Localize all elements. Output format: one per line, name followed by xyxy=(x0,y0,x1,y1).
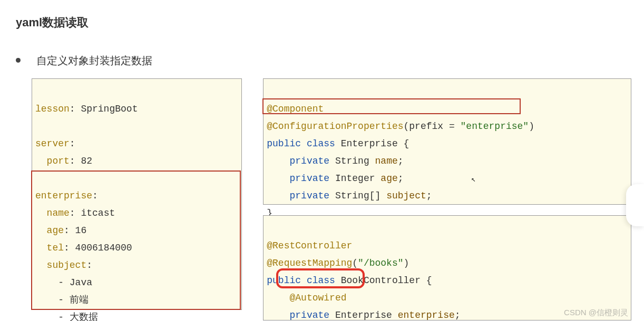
semi: ; xyxy=(455,310,461,320)
paren: (prefix = xyxy=(404,121,461,132)
code-line: public class Enterprise { xyxy=(267,138,409,149)
code-line: private Integer age; xyxy=(267,173,403,184)
semi: ; xyxy=(398,173,404,184)
cursor-icon: ↖ xyxy=(471,171,475,188)
watermark: CSDN @信橙则灵 xyxy=(564,308,628,318)
yaml-codebox: lesson: SpringBoot server: port: 82 ente… xyxy=(32,78,242,310)
yaml-key-tel: tel xyxy=(47,243,64,253)
keyword: private xyxy=(289,173,335,184)
java-controller-codebox: @RestController @RequestMapping("/books"… xyxy=(263,215,631,320)
field: enterprise xyxy=(398,310,455,320)
code-line: public class BookController { xyxy=(267,275,432,286)
type: String[] xyxy=(335,190,386,201)
yaml-val-tel: : 4006184000 xyxy=(64,243,132,253)
yaml-line: port: 82 xyxy=(35,156,92,166)
yaml-key-enterprise: enterprise xyxy=(35,190,92,201)
semi: ; xyxy=(398,156,404,166)
code-panels: lesson: SpringBoot server: port: 82 ente… xyxy=(0,68,644,320)
keyword: public xyxy=(267,275,307,286)
code-line: private String[] subject; xyxy=(267,190,432,201)
page-title: yaml数据读取 xyxy=(0,0,644,31)
code-line: @Component xyxy=(267,104,324,114)
yaml-val-name: : itcast xyxy=(70,208,115,218)
yaml-key-port: port xyxy=(47,156,70,166)
bullet-row: 自定义对象封装指定数据 xyxy=(0,31,644,68)
keyword: private xyxy=(289,156,335,166)
yaml-val-lesson: : SpringBoot xyxy=(70,104,138,114)
code-line: private Enterprise enterprise; xyxy=(267,310,460,320)
annotation-configprops: @ConfigurationProperties xyxy=(267,121,403,132)
annotation-requestmapping: @RequestMapping xyxy=(267,258,352,268)
java-enterprise-codebox: @Component @ConfigurationProperties(pref… xyxy=(263,78,631,205)
semi: ; xyxy=(426,190,432,201)
yaml-line: lesson: SpringBoot xyxy=(35,104,138,114)
yaml-line: tel: 4006184000 xyxy=(35,243,132,253)
keyword: private xyxy=(289,310,335,320)
code-line: private String name; xyxy=(267,156,403,166)
field: age xyxy=(380,173,397,184)
type: Integer xyxy=(335,173,380,184)
code-line: @ConfigurationProperties(prefix = "enter… xyxy=(267,121,534,132)
keyword: class xyxy=(307,138,335,149)
class-name: BookController { xyxy=(335,275,432,286)
yaml-line: - 大数据 xyxy=(35,312,98,321)
keyword: private xyxy=(289,190,335,201)
yaml-line: enterprise: xyxy=(35,190,98,201)
yaml-val-age: : 16 xyxy=(64,225,86,236)
yaml-line: - Java xyxy=(35,277,92,288)
paren: ) xyxy=(529,121,534,132)
yaml-colon: : xyxy=(92,190,98,201)
field: subject xyxy=(386,190,426,201)
keyword: public xyxy=(267,138,307,149)
yaml-line: subject: xyxy=(35,260,92,270)
yaml-subject-item: - 前端 xyxy=(58,295,89,305)
yaml-colon: : xyxy=(70,138,75,149)
type: String xyxy=(335,156,375,166)
class-name: Enterprise { xyxy=(335,138,409,149)
yaml-subject-item: - Java xyxy=(58,277,92,288)
keyword: class xyxy=(307,275,335,286)
yaml-colon: : xyxy=(86,260,92,270)
right-column: @Component @ConfigurationProperties(pref… xyxy=(263,78,631,320)
yaml-val-port: : 82 xyxy=(70,156,92,166)
paren: ( xyxy=(352,258,358,268)
yaml-key-lesson: lesson xyxy=(35,104,70,114)
type: Enterprise xyxy=(335,310,398,320)
yaml-line: server: xyxy=(35,138,75,149)
yaml-line: - 前端 xyxy=(35,295,89,305)
paren: ) xyxy=(404,258,409,268)
yaml-key-age: age xyxy=(47,225,64,236)
yaml-line: age: 16 xyxy=(35,225,86,236)
annotation-restcontroller: @RestController xyxy=(267,240,352,251)
code-line: @RequestMapping("/books") xyxy=(267,258,409,268)
yaml-key-server: server xyxy=(35,138,70,149)
string-literal: "/books" xyxy=(358,258,403,268)
annotation-component: @Component xyxy=(267,104,324,114)
code-line: @RestController xyxy=(267,240,352,251)
yaml-key-subject: subject xyxy=(47,260,87,270)
left-column: lesson: SpringBoot server: port: 82 ente… xyxy=(32,78,242,320)
bullet-text: 自定义对象封装指定数据 xyxy=(36,54,152,68)
code-line: @Autowired xyxy=(267,293,346,303)
yaml-line: name: itcast xyxy=(35,208,115,218)
annotation-autowired: @Autowired xyxy=(289,293,346,303)
bullet-dot-icon xyxy=(16,58,21,63)
yaml-key-name: name xyxy=(47,208,70,218)
yaml-subject-item: - 大数据 xyxy=(58,312,98,321)
field: name xyxy=(375,156,398,166)
string-literal: "enterprise" xyxy=(461,121,529,132)
side-widget[interactable] xyxy=(626,184,644,226)
